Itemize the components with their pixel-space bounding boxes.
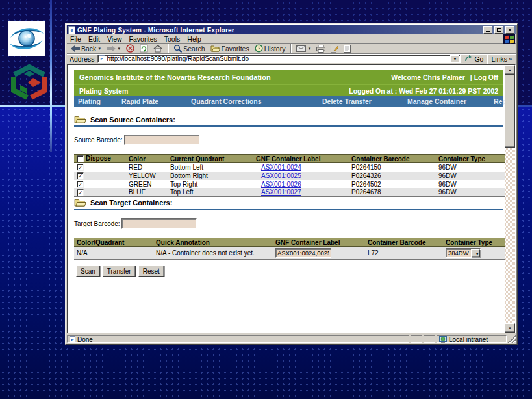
history-button[interactable]: History — [253, 44, 287, 53]
print-button[interactable] — [315, 44, 327, 53]
nav-plating[interactable]: Plating — [78, 97, 101, 105]
maximize-button[interactable] — [494, 26, 503, 34]
go-arrow-icon — [465, 55, 473, 62]
status-text: Done — [77, 336, 93, 343]
history-icon — [255, 44, 263, 53]
nav-quadrant-corrections[interactable]: Quadrant Corrections — [191, 97, 262, 105]
close-button[interactable]: × — [505, 26, 514, 34]
links-button[interactable]: Links » — [488, 55, 514, 64]
dispose-checkbox[interactable]: ✓ — [77, 181, 84, 188]
minimize-button[interactable] — [483, 26, 492, 34]
address-input[interactable]: http://localhost:9090/plating/RapidScanS… — [97, 55, 461, 63]
col-dispose: Dispose — [86, 155, 111, 162]
container-label-link[interactable]: ASX001:0027 — [261, 188, 301, 196]
container-label-link[interactable]: ASX001:0026 — [261, 181, 301, 188]
refresh-button[interactable] — [138, 44, 149, 53]
back-button[interactable]: Back▼ — [70, 44, 103, 53]
webpage: Genomics Institute of the Novartis Resea… — [68, 65, 505, 333]
title-bar[interactable]: GNF Plating System - Microsoft Internet … — [67, 25, 516, 34]
nav-delete-transfer[interactable]: Delete Transfer — [322, 97, 372, 105]
menu-tools[interactable]: Tools — [164, 35, 181, 43]
source-table-header-row: Dispose Color Current Quadrant GNF Conta… — [74, 155, 505, 163]
transfer-button[interactable]: Transfer — [103, 266, 136, 277]
forward-button[interactable]: ▼ — [105, 44, 122, 53]
page-header-band: Genomics Institute of the Novartis Resea… — [74, 70, 503, 84]
nav-manage-container[interactable]: Manage Container — [407, 97, 466, 105]
reset-button[interactable]: Reset — [138, 266, 164, 277]
status-bar: Done Local intranet — [67, 335, 516, 343]
go-button[interactable]: Go — [463, 55, 485, 63]
toolbar: Back▼ ▼ Search Favorites — [67, 44, 516, 54]
logoff-link[interactable]: | Log Off — [470, 73, 498, 81]
col-container-type: Container Type — [436, 155, 505, 163]
scan-button[interactable]: Scan — [76, 266, 100, 277]
zone-text: Local intranet — [449, 336, 488, 343]
select-dropdown-icon[interactable]: ▼ — [471, 249, 480, 257]
home-icon — [153, 45, 162, 53]
mail-button[interactable]: ▼ — [295, 44, 312, 53]
stop-button[interactable] — [125, 44, 136, 53]
container-label-link[interactable]: ASX001:0024 — [261, 164, 301, 171]
menu-edit[interactable]: Edit — [88, 35, 100, 43]
source-section-title: Scan Source Containers: — [90, 116, 175, 123]
back-arrow-icon — [71, 45, 80, 52]
browser-window: GNF Plating System - Microsoft Internet … — [65, 23, 518, 345]
browser-content: Genomics Institute of the Novartis Resea… — [67, 64, 516, 333]
status-message-panel: Done — [67, 335, 409, 343]
window-title: GNF Plating System - Microsoft Internet … — [77, 27, 481, 34]
table-row: ✓ YELLOW Bottom Right ASX001:0025 P02643… — [74, 172, 505, 180]
target-barcode-input[interactable] — [121, 218, 197, 229]
source-barcode-row: Source Barcode: — [74, 134, 503, 146]
col-container-barcode: Container Barcode — [349, 155, 436, 163]
nav-rapid-plate[interactable]: Rapid Plate — [121, 97, 158, 105]
logged-on-text: Logged On at : Wed Feb 27 01:01:29 PST 2… — [349, 87, 498, 95]
app-name: Plating System — [79, 87, 128, 95]
source-section-header: Scan Source Containers: — [74, 115, 503, 127]
edit-button[interactable] — [329, 44, 340, 53]
col-color-quadrant: Color/Quadrant — [74, 238, 153, 247]
gnf-container-label-input[interactable] — [275, 248, 331, 258]
folder-icon — [74, 198, 86, 207]
container-label-link[interactable]: ASX001:0025 — [261, 172, 301, 179]
vertical-scrollbar[interactable]: ▲ ▼ — [505, 65, 515, 333]
home-button[interactable] — [152, 44, 164, 53]
col-color: Color — [126, 155, 168, 163]
eye-logo — [8, 21, 45, 56]
col-gnf-label: GNF Container Label — [253, 155, 349, 163]
target-section-header: Scan Target Containers: — [74, 198, 503, 210]
menu-help[interactable]: Help — [187, 35, 201, 43]
page-icon — [99, 55, 105, 62]
scrollbar-thumb[interactable] — [505, 75, 515, 148]
dispose-all-checkbox[interactable] — [77, 155, 84, 162]
menu-favorites[interactable]: Favorites — [129, 35, 157, 43]
welcome-text: Welcome Chris Palmer — [391, 73, 465, 81]
favorites-button[interactable]: Favorites — [209, 44, 251, 53]
container-type-select[interactable]: 384DW ▼ — [446, 248, 481, 258]
main-nav: Plating Rapid Plate Quadrant Corrections… — [74, 96, 503, 107]
print-icon — [316, 45, 325, 53]
cube-logo — [8, 64, 50, 101]
folder-icon — [74, 115, 86, 123]
favorites-folder-icon — [210, 45, 220, 52]
mail-icon — [296, 45, 306, 52]
source-table: Dispose Color Current Quadrant GNF Conta… — [74, 154, 505, 197]
resize-grip[interactable] — [508, 335, 516, 343]
target-table: Color/Quadrant Quick Annotation GNF Cont… — [74, 238, 505, 260]
address-dropdown-button[interactable]: ▼ — [450, 55, 459, 62]
search-button[interactable]: Search — [172, 44, 206, 53]
menu-view[interactable]: View — [107, 35, 122, 43]
address-url[interactable]: http://localhost:9090/plating/RapidScanS… — [107, 55, 449, 62]
dispose-checkbox[interactable]: ✓ — [77, 164, 84, 171]
discuss-button[interactable] — [342, 44, 352, 53]
scroll-down-button[interactable]: ▼ — [505, 323, 515, 333]
col-container-barcode: Container Barcode — [365, 238, 443, 247]
toolbar-separator — [290, 44, 291, 53]
dispose-checkbox[interactable]: ✓ — [77, 189, 84, 196]
dispose-checkbox[interactable]: ✓ — [77, 172, 84, 179]
nav-reports[interactable]: Reports — [494, 97, 505, 105]
menu-file[interactable]: File — [70, 35, 81, 43]
source-barcode-input[interactable] — [124, 135, 199, 145]
scroll-up-button[interactable]: ▲ — [505, 65, 515, 75]
target-barcode-label: Target Barcode: — [74, 220, 120, 227]
app-title-band: Plating System Logged On at : Wed Feb 27… — [74, 84, 503, 96]
